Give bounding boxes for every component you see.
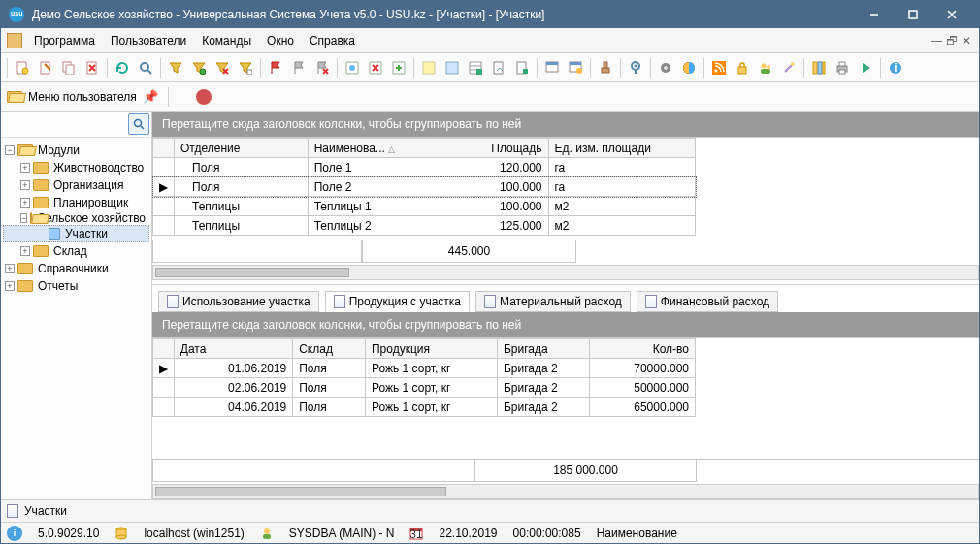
pin-toggle-icon[interactable]: 📌 bbox=[143, 89, 158, 104]
plots-scrollbar[interactable] bbox=[152, 265, 979, 280]
plots-total-value: 445.000 bbox=[362, 240, 576, 263]
folder-icon bbox=[33, 245, 49, 257]
magic-icon[interactable] bbox=[778, 57, 800, 79]
table-row[interactable]: ТеплицыТеплицы 1100.000м2 bbox=[153, 197, 696, 216]
record-icon[interactable] bbox=[196, 89, 212, 105]
flag-red-icon[interactable] bbox=[265, 57, 286, 79]
copy-icon[interactable] bbox=[58, 57, 80, 79]
table-row-selected[interactable]: ▶01.06.2019ПоляРожь 1 сорт, кгБригада 27… bbox=[153, 359, 696, 378]
tree-node-organization[interactable]: +Организация bbox=[3, 176, 149, 194]
print-icon[interactable] bbox=[832, 57, 853, 79]
play-icon[interactable] bbox=[855, 57, 876, 79]
tree-node-plots[interactable]: Участки bbox=[3, 225, 149, 242]
svg-rect-9 bbox=[66, 65, 74, 75]
col-qty[interactable]: Кол-во bbox=[590, 339, 696, 359]
filter-clear-icon[interactable] bbox=[212, 57, 233, 79]
tab-usage[interactable]: Использование участка bbox=[158, 291, 319, 312]
navigation-tree[interactable]: −Модули +Животноводство +Организация +Пл… bbox=[1, 138, 151, 499]
export-a-icon[interactable] bbox=[488, 57, 509, 79]
columns-icon[interactable] bbox=[808, 57, 830, 79]
search-icon[interactable] bbox=[135, 57, 156, 79]
stamp-icon[interactable] bbox=[595, 57, 616, 79]
user-menu-label[interactable]: Меню пользователя bbox=[28, 90, 137, 104]
flag-clear-icon[interactable] bbox=[311, 57, 333, 79]
mdi-restore-icon[interactable]: 🗗 bbox=[946, 34, 958, 48]
group-by-hint-2[interactable]: Перетащите сюда заголовок колонки, чтобы… bbox=[152, 312, 979, 337]
window-b-icon[interactable] bbox=[565, 57, 586, 79]
tree-node-livestock[interactable]: +Животноводство bbox=[3, 159, 149, 176]
col-brigade[interactable]: Бригада bbox=[497, 339, 589, 359]
svg-rect-42 bbox=[604, 62, 607, 68]
minimize-button[interactable] bbox=[855, 1, 894, 28]
rss-icon[interactable] bbox=[708, 57, 730, 79]
filter-set-icon[interactable] bbox=[188, 57, 210, 79]
svg-point-54 bbox=[767, 65, 770, 69]
tab-production[interactable]: Продукция с участка bbox=[325, 291, 470, 312]
users-icon[interactable] bbox=[755, 57, 776, 79]
detail-tabs: Использование участка Продукция с участк… bbox=[152, 284, 979, 312]
table-row[interactable]: 04.06.2019ПоляРожь 1 сорт, кгБригада 265… bbox=[153, 398, 696, 417]
tool-b-icon[interactable] bbox=[365, 57, 386, 79]
table-row[interactable]: 02.06.2019ПоляРожь 1 сорт, кгБригада 250… bbox=[153, 378, 696, 398]
mdi-close-icon[interactable]: ✕ bbox=[962, 34, 971, 48]
tree-node-planner[interactable]: +Планировщик bbox=[3, 194, 149, 211]
table-row-selected[interactable]: ▶ПоляПоле 2100.000га bbox=[153, 177, 696, 197]
note-yellow-icon[interactable] bbox=[418, 57, 440, 79]
production-scrollbar[interactable] bbox=[152, 484, 979, 499]
tree-search-button[interactable] bbox=[128, 113, 149, 135]
filter-icon[interactable] bbox=[165, 57, 186, 79]
refresh-icon[interactable] bbox=[112, 57, 133, 79]
col-date[interactable]: Дата bbox=[174, 339, 292, 359]
table-row[interactable]: ПоляПоле 1120.000га bbox=[153, 158, 696, 177]
tree-node-refs[interactable]: +Справочники bbox=[3, 260, 149, 277]
grid-excel-icon[interactable] bbox=[465, 57, 486, 79]
svg-rect-1 bbox=[909, 11, 917, 18]
tree-node-agriculture[interactable]: −Сельское хозяйство bbox=[3, 211, 149, 225]
status-version: 5.0.9029.10 bbox=[38, 527, 99, 540]
menu-users[interactable]: Пользователи bbox=[103, 32, 194, 49]
tab-finance[interactable]: Финансовый расход bbox=[637, 291, 778, 312]
close-button[interactable] bbox=[932, 1, 971, 28]
tool-c-icon[interactable] bbox=[388, 57, 409, 79]
new-icon[interactable] bbox=[12, 57, 33, 79]
maximize-button[interactable] bbox=[894, 1, 932, 28]
info-icon[interactable]: i bbox=[885, 57, 906, 79]
note-blue-icon[interactable] bbox=[441, 57, 463, 79]
tree-node-warehouse[interactable]: +Склад bbox=[3, 242, 149, 260]
plots-table[interactable]: Отделение Наименова... △ Площадь Ед. изм… bbox=[152, 138, 696, 236]
col-name[interactable]: Наименова... △ bbox=[308, 139, 441, 158]
flag-grey-icon[interactable] bbox=[288, 57, 310, 79]
svg-rect-41 bbox=[602, 68, 609, 73]
col-warehouse[interactable]: Склад bbox=[293, 339, 366, 359]
mdi-minimize-icon[interactable]: — bbox=[931, 34, 942, 48]
export-b-icon[interactable] bbox=[511, 57, 533, 79]
window-a-icon[interactable] bbox=[541, 57, 563, 79]
tool-a-icon[interactable] bbox=[342, 57, 363, 79]
col-area[interactable]: Площадь bbox=[441, 139, 548, 158]
color-icon[interactable] bbox=[678, 57, 700, 79]
menu-commands[interactable]: Команды bbox=[194, 32, 259, 49]
svg-rect-60 bbox=[823, 62, 825, 74]
group-by-hint[interactable]: Перетащите сюда заголовок колонки, чтобы… bbox=[152, 112, 979, 137]
gear-icon[interactable] bbox=[655, 57, 676, 79]
table-header[interactable]: Дата Склад Продукция Бригада Кол-во bbox=[153, 339, 696, 359]
filter-list-icon[interactable] bbox=[235, 57, 256, 79]
delete-icon[interactable] bbox=[82, 57, 103, 79]
window-tab-plots[interactable]: Участки bbox=[24, 504, 67, 518]
menu-program[interactable]: Программа bbox=[26, 32, 103, 49]
col-department[interactable]: Отделение bbox=[175, 139, 309, 158]
table-header[interactable]: Отделение Наименова... △ Площадь Ед. изм… bbox=[153, 139, 696, 158]
edit-icon[interactable] bbox=[35, 57, 56, 79]
pin-icon[interactable] bbox=[625, 57, 646, 79]
menu-help[interactable]: Справка bbox=[302, 32, 363, 49]
tree-node-reports[interactable]: +Отчеты bbox=[3, 277, 149, 295]
tree-node-modules[interactable]: −Модули bbox=[3, 142, 149, 159]
table-row[interactable]: ТеплицыТеплицы 2125.000м2 bbox=[153, 216, 696, 236]
production-table[interactable]: Дата Склад Продукция Бригада Кол-во ▶01.… bbox=[152, 338, 696, 417]
col-product[interactable]: Продукция bbox=[365, 339, 497, 359]
titlebar: Демо Сельское хозяйство - Универсальная … bbox=[1, 1, 979, 28]
lock-icon[interactable] bbox=[732, 57, 753, 79]
menu-window[interactable]: Окно bbox=[259, 32, 302, 49]
col-unit[interactable]: Ед. изм. площади bbox=[548, 139, 696, 158]
tab-material[interactable]: Материальный расход bbox=[475, 291, 631, 312]
